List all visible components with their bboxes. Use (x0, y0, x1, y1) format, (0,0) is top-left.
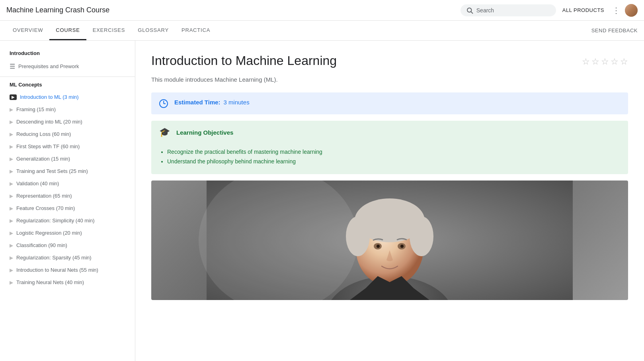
star-4[interactable]: ☆ (611, 57, 619, 67)
avatar[interactable] (625, 4, 638, 17)
main-layout: Introduction ☰ Prerequisites and Prework… (0, 41, 644, 361)
sidebar-item-first-steps[interactable]: ▶ First Steps with TF (60 min) (0, 140, 135, 153)
sidebar-item-label: First Steps with TF (60 min) (16, 143, 80, 149)
chevron-icon: ▶ (10, 193, 13, 199)
sidebar-item-regularization-simplicity[interactable]: ▶ Regularization: Simplicity (40 min) (0, 214, 135, 227)
sidebar-item-label: Representation (65 min) (16, 193, 72, 199)
sidebar-item-feature-crosses[interactable]: ▶ Feature Crosses (70 min) (0, 202, 135, 214)
sidebar-section-ml-concepts: ML Concepts (0, 80, 135, 91)
chevron-icon: ▶ (10, 131, 13, 137)
svg-point-13 (400, 245, 404, 248)
star-1[interactable]: ☆ (582, 57, 590, 67)
star-5[interactable]: ☆ (620, 57, 628, 67)
chevron-icon: ▶ (10, 243, 13, 248)
learning-objectives-label: Learning Objectives (176, 129, 233, 136)
sidebar-item-classification[interactable]: ▶ Classification (90 min) (0, 239, 135, 251)
sidebar-item-label: Validation (40 min) (16, 180, 59, 186)
video-thumbnail (151, 180, 628, 300)
chevron-icon: ▶ (10, 267, 13, 273)
chevron-icon: ▶ (10, 144, 13, 149)
sidebar-item-representation[interactable]: ▶ Representation (65 min) (0, 190, 135, 202)
tab-overview[interactable]: OVERVIEW (6, 21, 49, 40)
svg-line-1 (471, 12, 472, 13)
sidebar: Introduction ☰ Prerequisites and Prework… (0, 41, 135, 361)
video-container[interactable] (151, 180, 628, 300)
star-2[interactable]: ☆ (591, 57, 599, 67)
estimated-time-content: Estimated Time: 3 minutes (174, 99, 250, 106)
content-subtitle: This module introduces Machine Learning … (151, 76, 628, 83)
sidebar-item-label: Classification (90 min) (16, 242, 67, 248)
tab-exercises[interactable]: EXERCISES (86, 21, 132, 40)
chevron-icon: ▶ (10, 255, 13, 261)
sidebar-section-introduction: Introduction (0, 49, 135, 59)
svg-point-9 (410, 216, 433, 256)
chevron-icon: ▶ (10, 119, 13, 125)
sidebar-item-label: Prerequisites and Prework (18, 63, 79, 69)
all-products-button[interactable]: ALL PRODUCTS (559, 6, 607, 15)
sidebar-item-descending[interactable]: ▶ Descending into ML (20 min) (0, 116, 135, 128)
search-bar[interactable] (461, 4, 556, 16)
sidebar-item-reducing-loss[interactable]: ▶ Reducing Loss (60 min) (0, 128, 135, 140)
sidebar-item-regularization-sparsity[interactable]: ▶ Regularization: Sparsity (45 min) (0, 251, 135, 264)
sidebar-item-label: Framing (15 min) (16, 106, 56, 112)
sidebar-item-intro-ml[interactable]: ▶ Introduction to ML (3 min) (0, 91, 135, 103)
more-options-icon[interactable]: ⋮ (611, 4, 622, 17)
chevron-icon: ▶ (10, 169, 13, 174)
sidebar-item-label: Introduction to Neural Nets (55 min) (16, 267, 98, 273)
learning-objectives-list: Recognize the practical benefits of mast… (159, 149, 322, 168)
star-rating[interactable]: ☆ ☆ ☆ ☆ ☆ (582, 53, 628, 67)
sidebar-divider (0, 77, 135, 77)
search-icon (466, 7, 473, 14)
svg-point-8 (346, 216, 370, 256)
sidebar-item-intro-neural-nets[interactable]: ▶ Introduction to Neural Nets (55 min) (0, 264, 135, 276)
graduation-cap-icon: 🎓 (159, 127, 170, 137)
estimated-time-label: Estimated Time: (174, 99, 221, 106)
sidebar-item-label: Descending into ML (20 min) (16, 119, 82, 125)
sidebar-item-label: Feature Crosses (70 min) (16, 205, 75, 211)
send-feedback-button[interactable]: SEND FEEDBACK (591, 27, 638, 33)
chevron-icon: ▶ (10, 230, 13, 236)
svg-point-3 (199, 180, 358, 300)
avatar-image (625, 4, 638, 17)
sidebar-item-label: Logistic Regression (20 min) (16, 230, 82, 236)
svg-point-12 (377, 245, 380, 248)
content-title: Introduction to Machine Learning (151, 53, 582, 68)
app-title: Machine Learning Crash Course (6, 6, 461, 14)
play-icon: ▶ (10, 94, 17, 100)
sidebar-item-label: Regularization: Sparsity (45 min) (16, 255, 92, 261)
chevron-icon: ▶ (10, 280, 13, 285)
sidebar-item-label: Regularization: Simplicity (40 min) (16, 218, 95, 224)
sidebar-item-validation[interactable]: ▶ Validation (40 min) (0, 177, 135, 190)
tab-course[interactable]: COURSE (49, 21, 86, 40)
chevron-icon: ▶ (10, 156, 13, 162)
sidebar-item-generalization[interactable]: ▶ Generalization (15 min) (0, 153, 135, 165)
tab-glossary[interactable]: GLOSSARY (131, 21, 175, 40)
sidebar-item-training-test-sets[interactable]: ▶ Training and Test Sets (25 min) (0, 165, 135, 177)
sidebar-item-label: Generalization (15 min) (16, 156, 70, 162)
sidebar-item-logistic-regression[interactable]: ▶ Logistic Regression (20 min) (0, 227, 135, 239)
estimated-time-value: 3 minutes (224, 99, 250, 106)
sidebar-item-label: Introduction to ML (3 min) (20, 94, 79, 100)
search-input[interactable] (476, 7, 540, 14)
estimated-time-card: Estimated Time: 3 minutes (151, 92, 628, 114)
sidebar-item-training-neural-nets[interactable]: ▶ Training Neural Nets (40 min) (0, 276, 135, 288)
chevron-icon: ▶ (10, 206, 13, 211)
tab-practica[interactable]: PRACTICA (175, 21, 217, 40)
content-area: Introduction to Machine Learning ☆ ☆ ☆ ☆… (135, 41, 644, 361)
learning-objective-2: Understand the philosophy behind machine… (167, 158, 322, 165)
chevron-icon: ▶ (10, 181, 13, 186)
header-right: ALL PRODUCTS ⋮ (461, 4, 638, 17)
sidebar-item-label: Training Neural Nets (40 min) (16, 279, 84, 285)
chevron-icon: ▶ (10, 107, 13, 112)
list-icon: ☰ (10, 63, 15, 70)
chevron-icon: ▶ (10, 218, 13, 224)
learning-objectives-card: 🎓 Learning Objectives Recognize the prac… (151, 121, 628, 174)
nav-tabs: OVERVIEW COURSE EXERCISES GLOSSARY PRACT… (0, 21, 644, 41)
star-3[interactable]: ☆ (601, 57, 609, 67)
sidebar-item-framing[interactable]: ▶ Framing (15 min) (0, 103, 135, 116)
sidebar-item-prerequisites[interactable]: ☰ Prerequisites and Prework (0, 59, 135, 73)
sidebar-item-label: Training and Test Sets (25 min) (16, 168, 88, 174)
content-header: Introduction to Machine Learning ☆ ☆ ☆ ☆… (151, 53, 628, 68)
top-header: Machine Learning Crash Course ALL PRODUC… (0, 0, 644, 21)
learning-objectives-header: 🎓 Learning Objectives (159, 127, 233, 137)
